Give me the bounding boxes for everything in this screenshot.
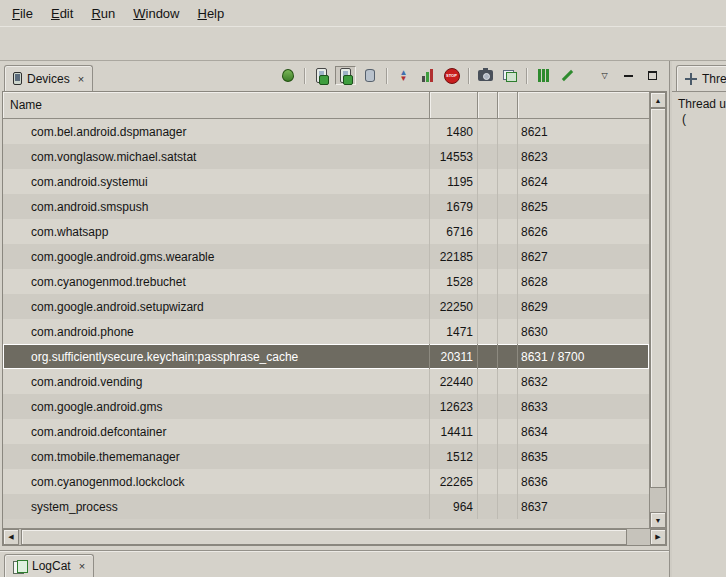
table-row[interactable]: com.bel.android.dspmanager 1480 8621 <box>3 119 649 144</box>
process-pid-cell: 1480 <box>430 119 478 144</box>
table-row[interactable]: com.android.smspush 1679 8625 <box>3 194 649 219</box>
update-heap-icon[interactable] <box>311 66 332 85</box>
process-name-cell: system_process <box>3 494 430 519</box>
process-empty-cell <box>498 419 518 444</box>
scroll-right-icon[interactable]: ▶ <box>650 529 666 545</box>
process-name-cell: com.google.android.gms <box>3 394 430 419</box>
process-empty-cell <box>478 169 498 194</box>
stop-process-icon[interactable]: STOP <box>441 66 462 85</box>
menu-help[interactable]: Help <box>188 2 233 25</box>
column-header-blank1[interactable] <box>478 92 498 119</box>
process-pid-cell: 1528 <box>430 269 478 294</box>
main-area: Devices × ▲ ▼ <box>0 61 726 577</box>
table-row[interactable]: system_process 964 8637 <box>3 494 649 519</box>
process-port-cell: 8621 <box>518 119 649 144</box>
table-row[interactable]: com.android.vending 22440 8632 <box>3 369 649 394</box>
phone-hprof-icon <box>340 68 351 83</box>
horizontal-scrollbar[interactable]: ◀ ▶ <box>3 528 666 545</box>
vertical-scroll-thumb[interactable] <box>650 108 666 488</box>
process-empty-cell <box>498 494 518 519</box>
scroll-up-icon[interactable]: ▲ <box>650 92 666 108</box>
process-name-cell: com.vonglasow.michael.satstat <box>3 144 430 169</box>
process-port-cell: 8636 <box>518 469 649 494</box>
debug-bug-icon[interactable] <box>277 66 298 85</box>
process-pid-cell: 6716 <box>430 219 478 244</box>
devices-column: Devices × ▲ ▼ <box>0 61 669 577</box>
column-header-pid[interactable] <box>430 92 478 119</box>
threads-view: Threads Thread up ( <box>672 61 726 577</box>
view-menu-icon[interactable]: ▽ <box>594 66 615 85</box>
table-row[interactable]: com.google.android.gms.wearable 22185 86… <box>3 244 649 269</box>
column-header-blank2[interactable] <box>498 92 518 119</box>
close-icon[interactable]: × <box>78 73 84 85</box>
process-empty-cell <box>498 344 518 369</box>
table-row[interactable]: com.cyanogenmod.trebuchet 1528 8628 <box>3 269 649 294</box>
column-header-port[interactable] <box>518 92 649 119</box>
threads-message-line2: ( <box>678 112 726 127</box>
close-icon[interactable]: × <box>79 560 85 572</box>
process-empty-cell <box>498 169 518 194</box>
diagonal-arrow-icon[interactable] <box>557 66 578 85</box>
process-empty-cell <box>498 369 518 394</box>
tab-devices-label: Devices <box>27 72 70 86</box>
scroll-left-icon[interactable]: ◀ <box>3 529 19 545</box>
menu-run[interactable]: Run <box>82 2 124 25</box>
hierarchy-view-icon[interactable] <box>499 66 520 85</box>
menu-window[interactable]: Window <box>124 2 188 25</box>
dump-hprof-icon[interactable] <box>335 66 356 85</box>
process-empty-cell <box>478 219 498 244</box>
tab-threads[interactable]: Threads <box>676 65 726 91</box>
minimize-glyph-icon <box>624 74 633 77</box>
column-header-name[interactable]: Name <box>3 92 430 119</box>
process-empty-cell <box>498 219 518 244</box>
process-empty-cell <box>478 494 498 519</box>
process-empty-cell <box>498 244 518 269</box>
arrows-icon: ▲ ▼ <box>400 70 408 82</box>
phone-heap-icon <box>316 68 327 83</box>
vertical-scrollbar[interactable]: ▲ ▼ <box>649 92 666 528</box>
toolbar-separator <box>468 68 469 84</box>
table-row[interactable]: com.whatsapp 6716 8626 <box>3 219 649 244</box>
method-profiling-icon[interactable] <box>417 66 438 85</box>
table-row[interactable]: com.android.systemui 1195 8624 <box>3 169 649 194</box>
horizontal-scroll-track[interactable] <box>19 529 650 545</box>
table-row[interactable]: com.tmobile.thememanager 1512 8635 <box>3 444 649 469</box>
green-columns-icon[interactable] <box>533 66 554 85</box>
process-port-cell: 8626 <box>518 219 649 244</box>
table-row[interactable]: com.google.android.gms 12623 8633 <box>3 394 649 419</box>
maximize-icon[interactable] <box>642 66 663 85</box>
menu-file[interactable]: File <box>3 2 42 25</box>
process-port-cell: 8634 <box>518 419 649 444</box>
process-pid-cell: 1195 <box>430 169 478 194</box>
screen-capture-icon[interactable] <box>475 66 496 85</box>
windows-icon <box>503 70 517 82</box>
process-name-cell: com.tmobile.thememanager <box>3 444 430 469</box>
vertical-scroll-track[interactable] <box>650 108 666 512</box>
process-rows: com.bel.android.dspmanager 1480 8621 com… <box>3 119 649 528</box>
process-empty-cell <box>478 469 498 494</box>
tab-logcat[interactable]: LogCat × <box>4 554 94 577</box>
scroll-down-icon[interactable]: ▼ <box>650 512 666 528</box>
process-empty-cell <box>478 244 498 269</box>
process-name-cell: com.bel.android.dspmanager <box>3 119 430 144</box>
tab-devices[interactable]: Devices × <box>4 65 93 91</box>
table-row[interactable]: com.google.android.setupwizard 22250 862… <box>3 294 649 319</box>
table-row[interactable]: org.sufficientlysecure.keychain:passphra… <box>3 344 649 369</box>
devices-view: Devices × ▲ ▼ <box>0 61 669 550</box>
update-threads-icon[interactable]: ▲ ▼ <box>393 66 414 85</box>
cause-gc-icon[interactable] <box>359 66 380 85</box>
horizontal-scroll-thumb[interactable] <box>21 529 627 545</box>
minimize-icon[interactable] <box>618 66 639 85</box>
table-row[interactable]: com.android.phone 1471 8630 <box>3 319 649 344</box>
process-pid-cell: 1471 <box>430 319 478 344</box>
table-row[interactable]: com.android.defcontainer 14411 8634 <box>3 419 649 444</box>
menu-edit[interactable]: Edit <box>42 2 82 25</box>
process-empty-cell <box>498 469 518 494</box>
process-port-cell: 8630 <box>518 319 649 344</box>
process-empty-cell <box>478 269 498 294</box>
process-pid-cell: 14553 <box>430 144 478 169</box>
process-name-cell: com.whatsapp <box>3 219 430 244</box>
process-port-cell: 8624 <box>518 169 649 194</box>
table-row[interactable]: com.cyanogenmod.lockclock 22265 8636 <box>3 469 649 494</box>
table-row[interactable]: com.vonglasow.michael.satstat 14553 8623 <box>3 144 649 169</box>
